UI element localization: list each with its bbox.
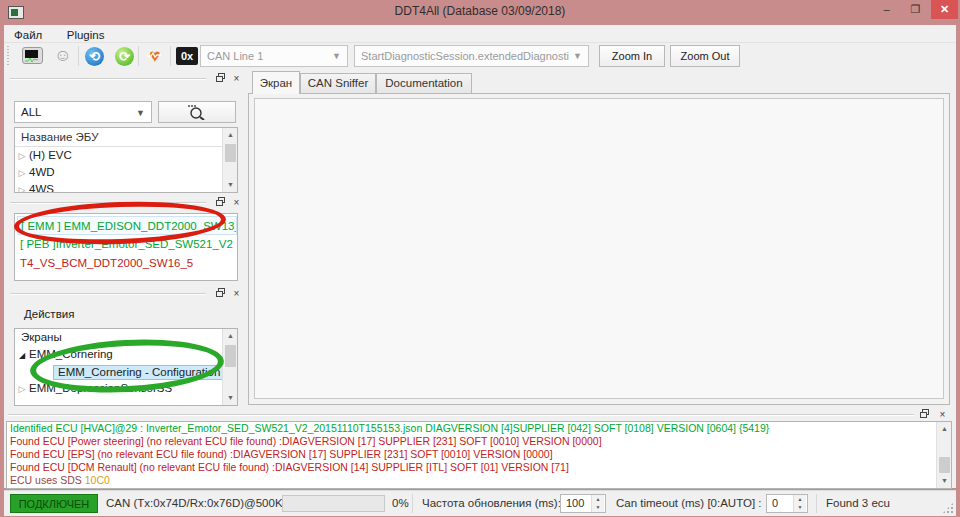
progress-bar — [282, 495, 385, 512]
chevron-down-icon: ▼ — [136, 103, 145, 123]
tab-documentation[interactable]: Documentation — [376, 73, 472, 93]
tree-row[interactable]: ▷(H) EVC — [15, 147, 237, 164]
float-panel-icon[interactable] — [917, 408, 932, 421]
scroll-down-icon[interactable]: ▼ — [223, 178, 238, 192]
minimize-button[interactable]: – — [873, 0, 900, 19]
selected-screen-label: EMM_Cornering - Configuration — [53, 365, 225, 380]
toolbar-separator — [138, 46, 139, 66]
found-ecu-label: Found 3 ecu — [826, 497, 890, 509]
tree-row-selected[interactable]: EMM_Cornering - Configuration — [15, 363, 237, 380]
ecu-tree-scrollbar[interactable]: ▲ ▼ — [222, 128, 237, 192]
main-tab-area: Экран CAN Sniffer Documentation — [248, 71, 954, 407]
float-panel-icon[interactable] — [213, 196, 228, 209]
can-timeout-stepper[interactable]: 0▲▼ — [766, 494, 808, 513]
hex-mode-icon[interactable]: 0x — [174, 44, 200, 68]
can-info-text: CAN (Tx:0x74D/Rx:0x76D)@500K — [106, 497, 283, 509]
tree-row-label: EMM_Cornering — [29, 348, 113, 360]
scroll-up-icon[interactable]: ▲ — [937, 422, 952, 436]
maximize-button[interactable]: ❐ — [902, 0, 929, 19]
ecu-file-item[interactable]: [ PEB ]Inverter_Emotor_SED_SW521_V2 — [17, 235, 237, 254]
status-bar: ПОДКЛЮЧЕН CAN (Tx:0x74D/Rx:0x76D)@500K 0… — [4, 490, 956, 516]
scrollbar-thumb[interactable] — [939, 457, 950, 473]
can-timeout-value: 0 — [772, 497, 778, 509]
app-window: DDT4All (Database 03/09/2018) – ❐ ✕ Файл… — [0, 0, 960, 517]
refresh-rate-label: Частота обновления (ms): — [422, 497, 561, 509]
toolbar: ☺ ⟲ ⟳ ♥ 0x CAN Line 1▼ StartDiagnosticSe… — [4, 43, 956, 69]
screen-tab-page — [248, 93, 950, 405]
tree-row[interactable]: ▷EMM_DepressionSensorSS — [15, 380, 237, 397]
zoom-out-button[interactable]: Zoom Out — [670, 45, 740, 67]
refresh-blue-icon[interactable]: ⟲ — [82, 44, 108, 68]
close-panel-icon[interactable]: × — [229, 287, 244, 300]
close-panel-icon[interactable]: × — [229, 196, 244, 209]
statusbar-separator — [412, 494, 413, 513]
ecu-files-dock-header: × — [6, 195, 246, 210]
tree-row[interactable]: ▷4WD — [15, 164, 237, 181]
scroll-up-icon[interactable]: ▲ — [223, 329, 238, 343]
log-scrollbar[interactable]: ▲ ▼ — [936, 422, 951, 488]
ecu-file-item-selected[interactable]: [ EMM ] EMM_EDISON_DDT2000_SW13_1_V1_3 — [17, 216, 237, 235]
ecu-file-item[interactable]: T4_VS_BCM_DDT2000_SW16_5 — [17, 254, 237, 273]
refresh-rate-stepper[interactable]: 100▲▼ — [560, 494, 606, 513]
screen-canvas — [254, 98, 944, 399]
toolbar-drag-handle[interactable] — [7, 46, 9, 66]
menu-plugins[interactable]: Plugins — [57, 27, 115, 41]
close-panel-icon[interactable]: × — [935, 408, 950, 421]
resize-grip[interactable] — [942, 502, 954, 514]
float-panel-icon[interactable] — [213, 72, 228, 85]
menu-file[interactable]: Файл — [4, 27, 52, 41]
expert-mode-face-icon[interactable]: ☺ — [50, 44, 76, 68]
can-line-select[interactable]: CAN Line 1▼ — [200, 45, 348, 67]
scroll-down-icon[interactable]: ▼ — [223, 391, 238, 405]
close-panel-icon[interactable]: × — [229, 72, 244, 85]
expand-icon[interactable]: ▷ — [15, 185, 29, 193]
log-console: Identified ECU [HVAC]@29 : Inverter_Emot… — [6, 421, 952, 489]
sds-value: 10C0 — [85, 474, 110, 486]
session-value: StartDiagnosticSession.extendedDiagnosti… — [361, 46, 569, 66]
sds-prefix: ECU uses SDS — [10, 474, 85, 486]
screens-tree-scrollbar[interactable]: ▲ ▼ — [222, 329, 237, 405]
ecu-files-panel: × [ EMM ] EMM_EDISON_DDT2000_SW13_1_V1_3… — [6, 195, 246, 285]
ecu-list-panel: × ALL▼ Название ЭБУ ▷(H) EVC ▷4WD ▷4WS ▲… — [6, 71, 246, 195]
reload-green-icon[interactable]: ⟳ — [112, 44, 138, 68]
scroll-down-icon[interactable]: ▼ — [937, 474, 952, 488]
diagnostic-heart-icon[interactable]: ♥ — [142, 44, 168, 68]
progress-percent: 0% — [392, 497, 409, 509]
session-select[interactable]: StartDiagnosticSession.extendedDiagnosti… — [354, 45, 589, 67]
spinner-arrows-icon[interactable]: ▲▼ — [793, 495, 806, 512]
scrollbar-thumb[interactable] — [225, 345, 236, 367]
ecu-screen-icon[interactable] — [20, 44, 46, 68]
tree-row-group[interactable]: ◢EMM_Cornering — [15, 346, 237, 363]
tab-screen[interactable]: Экран — [252, 71, 300, 94]
scroll-up-icon[interactable]: ▲ — [223, 128, 238, 142]
tree-row[interactable]: ▷4WS — [15, 181, 237, 193]
spinner-arrows-icon[interactable]: ▲▼ — [591, 495, 604, 512]
can-line-value: CAN Line 1 — [207, 50, 263, 62]
expand-icon[interactable]: ▷ — [15, 384, 29, 394]
ecu-filter-select[interactable]: ALL▼ — [14, 101, 152, 123]
log-line: Found ECU [DCM Renault] (no relevant ECU… — [7, 461, 951, 474]
close-button[interactable]: ✕ — [931, 0, 958, 19]
expand-icon[interactable]: ▷ — [15, 151, 29, 161]
ecu-name-tree: Название ЭБУ ▷(H) EVC ▷4WD ▷4WS ▲ ▼ — [14, 127, 238, 193]
chevron-down-icon: ▼ — [573, 46, 582, 66]
log-line: Found ECU [Power steering] (no relevant … — [7, 435, 951, 448]
float-panel-icon[interactable] — [213, 287, 228, 300]
collapse-icon[interactable]: ◢ — [15, 351, 29, 360]
log-dock-header: × — [4, 407, 954, 422]
title-bar: DDT4All (Database 03/09/2018) – ❐ ✕ — [0, 0, 960, 25]
expand-icon[interactable]: ▷ — [15, 168, 29, 178]
tab-can-sniffer[interactable]: CAN Sniffer — [300, 73, 376, 93]
toolbar-separator — [170, 46, 171, 66]
zoom-in-button[interactable]: Zoom In — [599, 45, 665, 67]
log-line: Identified ECU [HVAC]@29 : Inverter_Emot… — [7, 422, 951, 435]
toolbar-separator — [78, 46, 79, 66]
chevron-down-icon: ▼ — [332, 46, 341, 66]
tree-row-label: EMM_DepressionSensorSS — [29, 382, 172, 394]
can-timeout-label: Can timeout (ms) [0:AUTO] : — [616, 497, 762, 509]
tree-row-label: 4WS — [29, 183, 54, 193]
actions-title: Действия — [24, 308, 74, 320]
search-ecu-button[interactable] — [158, 101, 236, 123]
scrollbar-thumb[interactable] — [225, 144, 236, 162]
screens-tree-root[interactable]: Экраны — [15, 329, 237, 346]
